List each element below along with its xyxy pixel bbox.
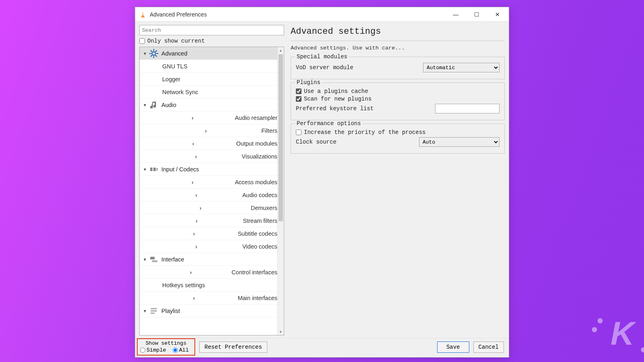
- vlc-cone-icon: [139, 11, 147, 18]
- svg-point-4: [152, 51, 156, 55]
- tree-cat-interface[interactable]: Interface: [140, 253, 277, 266]
- svg-rect-13: [150, 167, 153, 171]
- cancel-button[interactable]: Cancel: [473, 341, 504, 353]
- vod-label: VoD server module: [296, 64, 423, 71]
- tree-item-gnu-tls[interactable]: GNU TLS: [140, 60, 277, 73]
- chevron-right-icon: [152, 295, 236, 301]
- chevron-right-icon: [152, 140, 235, 147]
- save-button[interactable]: Save: [437, 341, 469, 353]
- window-title: Advanced Preferences: [150, 11, 207, 18]
- chevron-down-icon: [142, 51, 148, 56]
- settings-tree: Advanced GNU TLS Logger Network Sync Aud…: [139, 47, 284, 335]
- tree-item-main-interfaces[interactable]: Main interfaces: [140, 292, 277, 304]
- chevron-right-icon: [152, 243, 241, 250]
- tree-cat-input-codecs[interactable]: Input / Codecs: [140, 163, 277, 176]
- tree-item-filters-audio[interactable]: Filters: [140, 124, 277, 137]
- left-panel: Only show current Advanced GNU TLS Logge…: [139, 25, 284, 335]
- tree-cat-playlist[interactable]: Playlist: [140, 304, 277, 317]
- tree-item-output-modules[interactable]: Output modules: [140, 137, 277, 150]
- preferences-window: Advanced Preferences — ☐ ✕ Only show cur…: [135, 7, 509, 358]
- radio-all[interactable]: All: [173, 347, 189, 353]
- titlebar: Advanced Preferences — ☐ ✕: [135, 7, 509, 22]
- radio-simple[interactable]: Simple: [140, 347, 166, 353]
- svg-rect-14: [153, 167, 156, 171]
- tree-cat-audio[interactable]: Audio: [140, 99, 277, 111]
- gear-icon: [149, 49, 158, 58]
- show-settings-box: Show settings Simple All: [137, 338, 195, 356]
- tree-item-audio-resampler[interactable]: Audio resampler: [140, 111, 277, 124]
- tree-item-stream-filters[interactable]: Stream filters: [140, 214, 277, 227]
- tree-label: Advanced: [161, 50, 188, 57]
- chevron-right-icon: [152, 218, 242, 224]
- tree-item-network-sync[interactable]: Network Sync: [140, 86, 277, 99]
- reset-preferences-button[interactable]: Reset Preferences: [199, 341, 267, 353]
- scroll-up-icon[interactable]: ▴: [278, 47, 284, 53]
- search-input[interactable]: [139, 25, 284, 35]
- group-legend: Special modules: [295, 53, 349, 60]
- chk-plugins-cache[interactable]: [296, 88, 301, 94]
- minimize-button[interactable]: —: [445, 8, 466, 21]
- panel-title: Advanced settings: [291, 25, 505, 41]
- settings-panel: Advanced settings Advanced settings. Use…: [291, 25, 505, 335]
- only-show-current-checkbox[interactable]: Only show current: [139, 38, 284, 44]
- chevron-down-icon: [142, 257, 148, 262]
- only-show-current-label: Only show current: [147, 38, 205, 44]
- group-plugins: Plugins Use a plugins cache Scan for new…: [291, 82, 505, 120]
- svg-rect-3: [141, 16, 145, 17]
- group-legend: Performance options: [295, 120, 363, 127]
- svg-line-12: [155, 50, 157, 51]
- tree-scrollbar[interactable]: ▴ ▾: [277, 47, 284, 335]
- svg-line-11: [151, 55, 152, 56]
- chevron-right-icon: [152, 269, 230, 276]
- svg-marker-0: [142, 11, 144, 16]
- chk-scan-plugins[interactable]: [296, 96, 301, 102]
- scroll-down-icon[interactable]: ▾: [278, 329, 284, 335]
- chevron-right-icon: [152, 115, 233, 121]
- chevron-right-icon: [152, 153, 240, 160]
- tree-item-video-codecs[interactable]: Video codecs: [140, 240, 277, 253]
- chevron-right-icon: [152, 128, 260, 134]
- tree-item-demuxers[interactable]: Demuxers: [140, 202, 277, 214]
- show-settings-legend: Show settings: [140, 340, 192, 346]
- svg-rect-16: [152, 260, 157, 262]
- close-button[interactable]: ✕: [487, 8, 508, 21]
- group-legend: Plugins: [295, 79, 322, 86]
- interface-icon: [149, 255, 158, 264]
- audio-note-icon: [149, 101, 158, 109]
- chk-scan-plugins-label: Scan for new plugins: [304, 96, 372, 102]
- scrollbar-thumb[interactable]: [279, 54, 283, 221]
- chk-priority-label: Increase the priority of the process: [304, 129, 425, 136]
- only-show-current-box[interactable]: [139, 38, 145, 44]
- chk-priority[interactable]: [296, 130, 301, 135]
- tree-item-hotkeys[interactable]: Hotkeys settings: [140, 279, 277, 292]
- chk-plugins-cache-label: Use a plugins cache: [304, 88, 368, 95]
- chevron-down-icon: [142, 167, 148, 172]
- tree-item-control-interfaces[interactable]: Control interfaces: [140, 266, 277, 279]
- chevron-right-icon: [152, 179, 233, 185]
- tree-cat-advanced[interactable]: Advanced: [140, 47, 277, 60]
- svg-line-10: [155, 55, 157, 56]
- group-performance: Performance options Increase the priorit…: [291, 123, 505, 154]
- maximize-button[interactable]: ☐: [466, 8, 487, 21]
- group-special-modules: Special modules VoD server module Automa…: [291, 57, 505, 79]
- clock-label: Clock source: [296, 139, 419, 145]
- clock-select[interactable]: Auto: [419, 137, 500, 147]
- vod-select[interactable]: Automatic: [423, 63, 500, 72]
- tree-item-logger[interactable]: Logger: [140, 73, 277, 86]
- svg-rect-15: [150, 257, 155, 259]
- tree-scroll[interactable]: Advanced GNU TLS Logger Network Sync Aud…: [140, 47, 277, 335]
- keystore-label: Preferred keystore list: [296, 105, 435, 112]
- tree-item-access-modules[interactable]: Access modules: [140, 176, 277, 189]
- chevron-down-icon: [142, 308, 148, 314]
- svg-rect-1: [142, 13, 143, 14]
- tree-item-audio-codecs[interactable]: Audio codecs: [140, 189, 277, 202]
- playlist-icon: [149, 306, 158, 315]
- tree-item-subtitle-codecs[interactable]: Subtitle codecs: [140, 227, 277, 240]
- body: Only show current Advanced GNU TLS Logge…: [135, 22, 509, 338]
- keystore-input[interactable]: [435, 104, 500, 113]
- chevron-right-icon: [152, 205, 249, 211]
- tree-item-visualizations[interactable]: Visualizations: [140, 150, 277, 163]
- svg-line-9: [151, 50, 152, 51]
- codec-icon: [149, 165, 158, 174]
- chevron-down-icon: [142, 102, 148, 108]
